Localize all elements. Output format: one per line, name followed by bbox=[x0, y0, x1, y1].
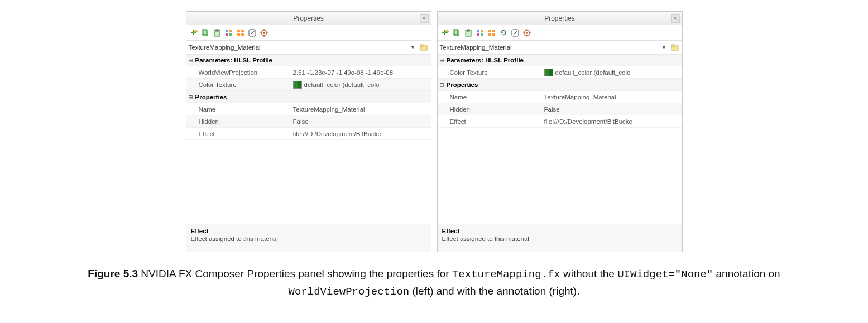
object-selector[interactable]: TextureMapping_Material bbox=[189, 44, 410, 51]
properties-panel-right: Properties × bbox=[437, 11, 683, 252]
panel-titlebar: Properties × bbox=[438, 12, 682, 25]
svg-rect-20 bbox=[420, 45, 423, 46]
panel-title-text: Properties bbox=[293, 15, 324, 22]
caption-code-3: WorldViewProjection bbox=[289, 286, 410, 298]
link-icon[interactable] bbox=[247, 28, 257, 38]
prop-name: Name bbox=[195, 106, 293, 113]
svg-rect-31 bbox=[488, 33, 491, 36]
description-pane: Effect Effect assigned to this material bbox=[438, 224, 682, 252]
svg-rect-7 bbox=[229, 33, 232, 36]
caption-text-2: without the bbox=[560, 268, 617, 279]
svg-rect-8 bbox=[237, 30, 240, 32]
row-worldviewprojection[interactable]: WorldViewProjection 2.51 -1.23e-07 -1.49… bbox=[186, 66, 431, 79]
copy-icon[interactable] bbox=[452, 28, 462, 38]
svg-rect-21 bbox=[454, 31, 459, 36]
categorize-icon[interactable] bbox=[475, 28, 485, 38]
prop-value[interactable]: default_color (default_colo bbox=[293, 81, 431, 89]
svg-rect-6 bbox=[226, 33, 228, 36]
prop-value[interactable]: file:///D:/Development/BitBucke bbox=[544, 118, 682, 125]
row-name[interactable]: Name TextureMapping_Material bbox=[186, 103, 431, 115]
paste-icon[interactable] bbox=[463, 28, 473, 38]
figure-wrap: Properties × bbox=[0, 11, 868, 301]
svg-rect-3 bbox=[216, 30, 218, 31]
svg-rect-5 bbox=[229, 30, 232, 32]
toolbar bbox=[438, 25, 682, 41]
sort-icon[interactable] bbox=[236, 28, 246, 38]
prop-value[interactable]: default_color (default_colo bbox=[544, 69, 682, 76]
close-icon[interactable]: × bbox=[420, 14, 429, 23]
description-title: Effect bbox=[191, 228, 426, 234]
row-hidden[interactable]: Hidden False bbox=[186, 115, 431, 128]
properties-panel-left: Properties × bbox=[186, 11, 431, 252]
panel-titlebar: Properties × bbox=[186, 12, 431, 25]
prop-value[interactable]: file:///D:/Development/BitBucke bbox=[293, 131, 431, 137]
row-color-texture[interactable]: Color Texture default_color (default_col… bbox=[186, 79, 431, 91]
chevron-down-icon[interactable]: ▼ bbox=[410, 45, 416, 50]
prop-value[interactable]: TextureMapping_Material bbox=[293, 106, 431, 113]
collapse-icon[interactable]: ⊟ bbox=[438, 56, 447, 64]
svg-rect-4 bbox=[226, 30, 228, 32]
prop-name: WorldViewProjection bbox=[195, 69, 293, 76]
section-label: Parameters: HLSL Profile bbox=[195, 57, 293, 64]
prop-name: Effect bbox=[195, 131, 293, 137]
collapse-icon[interactable]: ⊟ bbox=[438, 81, 447, 89]
texture-swatch-icon bbox=[544, 69, 553, 76]
refresh-icon[interactable] bbox=[498, 28, 509, 38]
caption-code-1: TextureMapping.fx bbox=[452, 268, 560, 281]
prop-name: Color Texture bbox=[447, 69, 544, 76]
section-label: Properties bbox=[447, 81, 544, 88]
categorize-icon[interactable] bbox=[224, 28, 234, 38]
prop-name: Hidden bbox=[447, 106, 544, 113]
prop-value[interactable]: TextureMapping_Material bbox=[544, 94, 682, 100]
link-icon[interactable] bbox=[510, 28, 520, 38]
svg-rect-0 bbox=[203, 31, 208, 36]
prop-value[interactable]: 2.51 -1.23e-07 -1.49e-08 -1.49e-08 bbox=[293, 69, 431, 76]
prop-value[interactable]: False bbox=[293, 118, 431, 125]
section-properties: ⊟ Properties bbox=[186, 91, 431, 103]
prop-name: Color Texture bbox=[195, 81, 293, 88]
object-selector[interactable]: TextureMapping_Material bbox=[440, 44, 661, 51]
close-icon[interactable]: × bbox=[671, 14, 680, 23]
object-selector-row: TextureMapping_Material ▼ bbox=[186, 41, 431, 54]
sort-icon[interactable] bbox=[487, 28, 497, 38]
prop-value[interactable]: False bbox=[544, 106, 682, 113]
svg-rect-11 bbox=[241, 33, 244, 36]
target-icon[interactable] bbox=[259, 28, 269, 38]
copy-icon[interactable] bbox=[200, 28, 210, 38]
collapse-icon[interactable]: ⊟ bbox=[186, 93, 195, 101]
prop-name: Hidden bbox=[195, 118, 293, 125]
browse-icon[interactable] bbox=[419, 43, 429, 52]
svg-rect-30 bbox=[492, 30, 495, 32]
svg-rect-25 bbox=[477, 30, 479, 32]
row-effect[interactable]: Effect file:///D:/Development/BitBucke bbox=[438, 115, 682, 128]
grid-empty-area bbox=[438, 128, 682, 224]
browse-icon[interactable] bbox=[670, 43, 680, 52]
section-parameters: ⊟ Parameters: HLSL Profile bbox=[186, 54, 431, 66]
prop-name: Name bbox=[447, 94, 544, 100]
panels-row: Properties × bbox=[0, 11, 868, 252]
section-parameters: ⊟ Parameters: HLSL Profile bbox=[438, 54, 682, 66]
svg-rect-24 bbox=[467, 30, 469, 31]
target-icon[interactable] bbox=[522, 28, 532, 38]
collapse-icon[interactable]: ⊟ bbox=[186, 56, 195, 64]
svg-rect-9 bbox=[241, 30, 244, 32]
row-color-texture[interactable]: Color Texture default_color (default_col… bbox=[438, 66, 682, 79]
row-name[interactable]: Name TextureMapping_Material bbox=[438, 91, 682, 103]
property-grid: ⊟ Parameters: HLSL Profile Color Texture… bbox=[438, 54, 682, 224]
svg-rect-32 bbox=[492, 33, 495, 36]
svg-rect-29 bbox=[488, 30, 491, 32]
caption-text-1: NVIDIA FX Composer Properties panel show… bbox=[138, 268, 452, 279]
row-effect[interactable]: Effect file:///D:/Development/BitBucke bbox=[186, 128, 431, 140]
svg-point-35 bbox=[526, 32, 528, 34]
description-body: Effect assigned to this material bbox=[442, 235, 678, 242]
section-label: Parameters: HLSL Profile bbox=[447, 57, 544, 64]
caption-code-2: UIWidget="None" bbox=[617, 268, 713, 281]
sparkle-icon[interactable] bbox=[440, 28, 450, 38]
row-hidden[interactable]: Hidden False bbox=[438, 103, 682, 115]
chevron-down-icon[interactable]: ▼ bbox=[661, 45, 668, 50]
texture-swatch-icon bbox=[293, 81, 302, 89]
svg-rect-28 bbox=[481, 33, 483, 36]
figure-number: Figure 5.3 bbox=[88, 268, 138, 279]
paste-icon[interactable] bbox=[212, 28, 222, 38]
sparkle-icon[interactable] bbox=[189, 28, 199, 38]
